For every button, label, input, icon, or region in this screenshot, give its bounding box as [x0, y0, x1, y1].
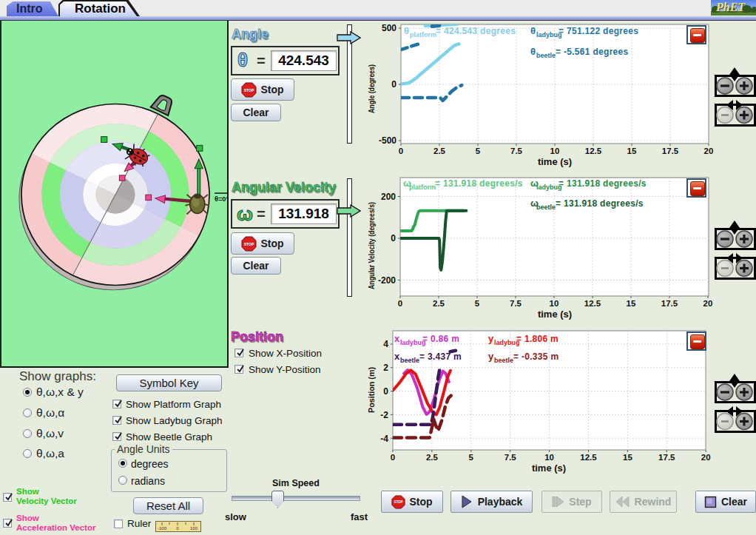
svg-text:= 424.543 degrees: = 424.543 degrees: [436, 26, 516, 36]
svg-text:beetle: beetle: [536, 52, 556, 59]
svg-text:4: 4: [383, 339, 388, 349]
svg-text:7.5: 7.5: [504, 453, 517, 462]
svg-text:x: x: [394, 333, 400, 344]
svg-text:θ: θ: [530, 25, 536, 36]
svg-text:beetle: beetle: [494, 357, 513, 364]
svg-text:STOP: STOP: [394, 500, 403, 504]
svg-text:y: y: [488, 351, 494, 362]
svg-text:15: 15: [627, 147, 637, 155]
svg-text:-500: -500: [379, 135, 396, 146]
svg-text:10: 10: [550, 147, 560, 155]
svg-text:= 131.918 degrees/s: = 131.918 degrees/s: [556, 198, 644, 209]
svg-text:Angular Velocity (degrees/s): Angular Velocity (degrees/s): [367, 202, 376, 289]
svg-text:= 1.806 m: = 1.806 m: [516, 334, 558, 344]
svg-text:20: 20: [701, 453, 711, 462]
svg-text:500: 500: [382, 23, 396, 33]
svg-text:20: 20: [703, 299, 713, 308]
svg-text:5: 5: [476, 147, 481, 155]
svg-text:θ: θ: [404, 25, 409, 36]
svg-text:10: 10: [550, 299, 559, 308]
svg-text:θ: θ: [530, 46, 536, 57]
svg-text:= -5.561 degrees: = -5.561 degrees: [556, 47, 629, 57]
svg-text:0: 0: [383, 386, 388, 397]
svg-text:-2: -2: [380, 410, 388, 420]
svg-text:15: 15: [627, 299, 636, 308]
svg-text:2.5: 2.5: [433, 299, 445, 308]
svg-text:200: 200: [381, 192, 396, 202]
svg-text:12.5: 12.5: [584, 299, 601, 308]
svg-text:5: 5: [469, 453, 474, 462]
svg-text:10: 10: [544, 453, 554, 462]
svg-text:0: 0: [391, 79, 396, 90]
svg-text:7.5: 7.5: [510, 147, 523, 155]
svg-text:platform: platform: [409, 184, 436, 191]
svg-text:0: 0: [398, 299, 402, 308]
svg-text:-100: -100: [158, 526, 167, 531]
svg-text:2.5: 2.5: [433, 147, 446, 155]
svg-text:-200: -200: [378, 275, 396, 286]
svg-text:time (s): time (s): [538, 156, 572, 167]
svg-text:STOP: STOP: [244, 241, 254, 246]
svg-text:20: 20: [704, 147, 714, 155]
svg-text:100: 100: [190, 526, 198, 531]
svg-text:17.5: 17.5: [662, 147, 679, 155]
svg-text:= 131.918 degrees/s: = 131.918 degrees/s: [435, 178, 523, 189]
svg-text:0: 0: [391, 453, 395, 462]
svg-text:7.5: 7.5: [510, 299, 522, 308]
svg-text:2.5: 2.5: [426, 453, 439, 462]
svg-text:θ=0°: θ=0°: [215, 195, 227, 203]
svg-text:2: 2: [383, 363, 388, 373]
svg-text:platform: platform: [410, 31, 436, 38]
svg-text:y: y: [488, 333, 494, 344]
svg-text:= 131.918 degrees/s: = 131.918 degrees/s: [558, 178, 647, 189]
svg-text:5: 5: [475, 299, 480, 308]
svg-text:Position (m): Position (m): [367, 367, 376, 413]
svg-text:time (s): time (s): [538, 309, 572, 320]
svg-text:beetle: beetle: [536, 203, 556, 211]
svg-text:0: 0: [176, 526, 179, 531]
svg-text:-4: -4: [380, 434, 388, 444]
svg-text:STOP: STOP: [244, 87, 254, 92]
svg-text:12.5: 12.5: [585, 147, 602, 155]
svg-text:= 751.122 degrees: = 751.122 degrees: [558, 26, 638, 36]
svg-text:time (s): time (s): [532, 462, 566, 474]
svg-text:= -0.335 m: = -0.335 m: [513, 351, 558, 362]
svg-text:12.5: 12.5: [580, 453, 597, 462]
svg-text:0: 0: [399, 147, 403, 155]
svg-text:17.5: 17.5: [661, 299, 678, 308]
svg-text:15: 15: [623, 453, 632, 462]
svg-text:= 3.437 m: = 3.437 m: [419, 351, 462, 362]
svg-text:Angle (degrees): Angle (degrees): [367, 64, 376, 113]
svg-text:0: 0: [391, 233, 396, 243]
svg-text:x: x: [394, 351, 400, 362]
svg-text:beetle: beetle: [400, 357, 419, 364]
svg-text:= 0.86 m: = 0.86 m: [422, 334, 459, 344]
svg-text:17.5: 17.5: [658, 453, 675, 462]
